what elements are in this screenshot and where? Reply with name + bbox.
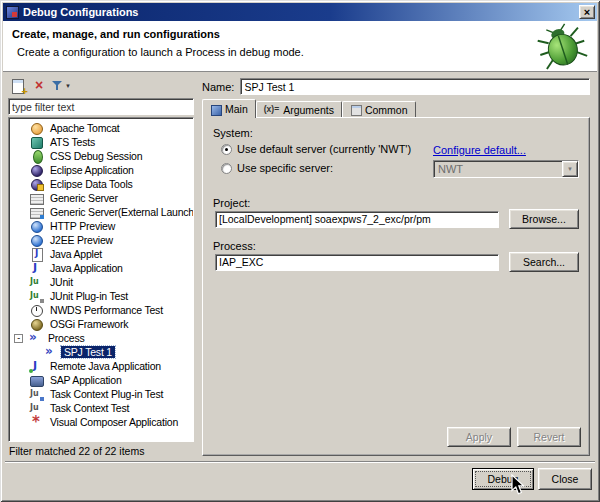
filter-status: Filter matched 22 of 22 items [9,445,144,458]
tree-item[interactable]: Eclipse Data Tools [9,177,193,191]
specific-server-option[interactable]: Use specific server: [221,162,333,174]
configure-default-link[interactable]: Configure default... [433,144,526,156]
footer-separator [5,461,595,463]
default-server-label[interactable]: Use default server (currently 'NWT') [237,143,411,155]
tree-item[interactable]: ATS Tests [9,135,193,149]
tree-item[interactable]: Remote Java Application [9,359,193,373]
app-icon [6,6,19,19]
css-debug-icon [29,150,44,163]
nwds-performance-icon [29,304,44,317]
tree-item[interactable]: JUnit Plug-in Test [9,289,193,303]
tree-item[interactable]: Java Applet [9,247,193,261]
system-group-label: System: [213,127,253,139]
tree-item-label: Generic Server(External Launch) [47,206,194,218]
project-input[interactable] [215,211,499,228]
filter-input[interactable] [8,98,194,115]
chevron-down-icon: ▼ [567,166,573,172]
tree-item[interactable]: J2EE Preview [9,233,193,247]
main-tab-icon [210,104,221,115]
filter-button[interactable] [51,78,65,94]
debug-configurations-dialog: Debug Configurations × Create, manage, a… [0,0,600,502]
arguments-tab-icon: (x)= [264,104,279,115]
process-config-icon [43,346,58,359]
specific-server-label[interactable]: Use specific server: [237,162,333,174]
title-bar[interactable]: Debug Configurations × [3,3,597,21]
close-dialog-button[interactable]: Close [538,468,592,490]
window-title: Debug Configurations [23,6,579,18]
tree-item-label: Eclipse Data Tools [47,178,136,190]
collapse-minus-icon[interactable]: - [14,334,23,343]
new-configuration-button[interactable] [9,78,27,94]
project-label: Project: [213,197,250,209]
tab-main[interactable]: Main [202,99,256,118]
apache-tomcat-icon [29,122,44,135]
configuration-detail-panel: Name: Main (x)= Arguments Common System:… [200,77,592,458]
tree-item[interactable]: Generic Server [9,191,193,205]
tree-item-label: OSGi Framework [47,318,131,330]
tree-item[interactable]: Java Application [9,261,193,275]
sap-application-icon [29,374,44,387]
close-button[interactable]: × [579,5,595,19]
common-tab-icon [350,104,361,115]
tree-item[interactable]: SPJ Test 1 [9,345,193,359]
tree-item[interactable]: SAP Application [9,373,193,387]
tree-item-label: ATS Tests [47,136,98,148]
filter-dropdown-chevron-icon[interactable]: ▼ [65,83,71,89]
java-application-icon [29,262,44,275]
j2ee-preview-icon [29,234,44,247]
specific-server-radio[interactable] [221,163,232,174]
tree-item[interactable]: Generic Server(External Launch) [9,205,193,219]
process-input[interactable] [215,254,499,271]
http-preview-icon [29,220,44,233]
default-server-option[interactable]: Use default server (currently 'NWT') [221,143,411,155]
tree-item[interactable]: JUnit [9,275,193,289]
server-combobox: NWT ▼ [433,160,579,178]
apply-button: Apply [447,427,511,447]
tree-item-label: Task Context Plug-in Test [47,388,166,400]
search-button[interactable]: Search... [509,252,579,272]
generic-server-external-icon [29,206,44,219]
tree-item-label: JUnit Plug-in Test [47,290,131,302]
tab-bar: Main (x)= Arguments Common [202,99,590,118]
tree-item-label: J2EE Preview [47,234,116,246]
config-tree[interactable]: Apache TomcatATS TestsCSS Debug SessionE… [8,117,194,442]
header-subtitle: Create a configuration to launch a Proce… [17,46,304,58]
tree-item[interactable]: Visual Composer Application [9,415,193,429]
tree-item-label: NWDS Performance Test [47,304,166,316]
task-context-plugin-icon [29,388,44,401]
tree-item[interactable]: Eclipse Application [9,163,193,177]
tree-item-label: Process [45,332,88,344]
tree-item-label: SAP Application [47,374,125,386]
default-server-radio[interactable] [221,144,232,155]
visual-composer-icon [29,416,44,429]
tree-item[interactable]: CSS Debug Session [9,149,193,163]
tree-item-label: Java Applet [47,248,105,260]
tree-item-label: Generic Server [47,192,121,204]
tab-common[interactable]: Common [342,101,416,117]
tree-item-label: SPJ Test 1 [61,346,115,358]
eclipse-data-tools-icon [29,178,44,191]
tree-item-label: JUnit [47,276,76,288]
server-combobox-arrow: ▼ [562,161,578,177]
tree-item[interactable]: Apache Tomcat [9,121,193,135]
tree-item-label: Eclipse Application [47,164,137,176]
tree-item[interactable]: NWDS Performance Test [9,303,193,317]
tree-item[interactable]: -Process [9,331,193,345]
tree-item[interactable]: HTTP Preview [9,219,193,233]
mouse-cursor [511,474,526,496]
eclipse-application-icon [29,164,44,177]
tree-item-label: Remote Java Application [47,360,164,372]
tree-item[interactable]: Task Context Plug-in Test [9,387,193,401]
name-input[interactable] [240,78,590,95]
ats-tests-icon [29,136,44,149]
tab-arguments[interactable]: (x)= Arguments [256,101,342,117]
tab-common-label: Common [365,104,408,116]
delete-configuration-button[interactable]: × [30,78,48,94]
junit-plugin-icon [29,290,44,303]
revert-button: Revert [517,427,581,447]
configurations-sidebar: × ▼ Apache TomcatATS TestsCSS Debug Sess… [8,77,194,458]
browse-button[interactable]: Browse... [509,209,579,229]
junit-icon [29,276,44,289]
debug-bug-icon [531,16,593,77]
new-configuration-icon [9,78,27,94]
